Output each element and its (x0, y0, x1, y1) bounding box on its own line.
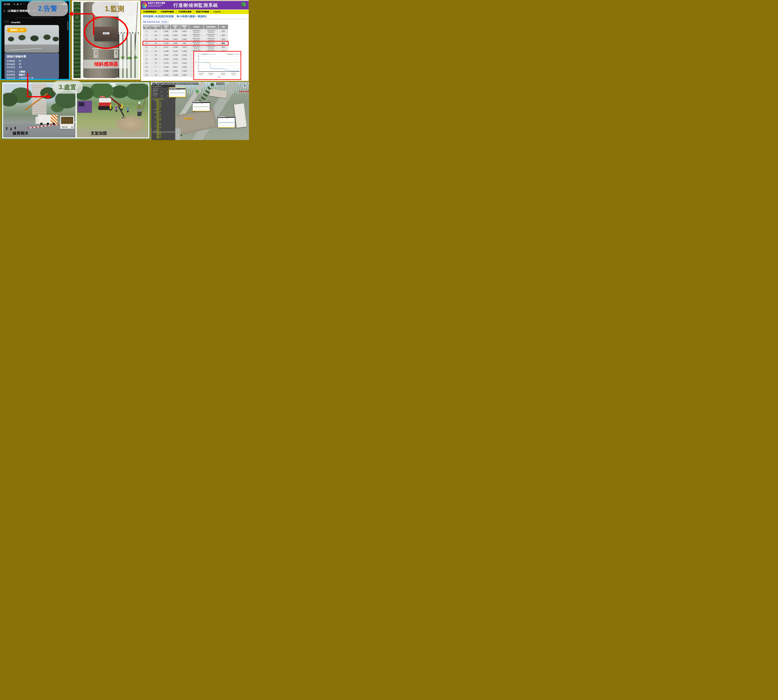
table-row: 5170.571-0.0360.5722025-03-1018:00:00202… (143, 45, 228, 49)
tree-item-編號-34[interactable]: └ 編號-34 (152, 119, 175, 121)
tree-item-編號-30[interactable]: └ 編號-30 (152, 124, 175, 125)
sensor-bracket-right (114, 50, 119, 58)
tree-item-編號-21[interactable]: └ 編號-21 (152, 115, 175, 117)
sensor-mini-chart-popup[interactable]: y軸旋轉 x軸旋轉 (218, 116, 235, 128)
svg-text:-6: -6 (197, 71, 198, 72)
map-tool-column[interactable]: ▯ (182, 82, 185, 85)
photo-trees (5, 31, 59, 46)
svg-text:y軸旋轉(max: 0.0, min: -0.1): y軸旋轉(max: 0.0, min: -0.1) (202, 54, 216, 55)
map-tool-text-tool[interactable]: T (179, 82, 182, 85)
tree-item-編號-25[interactable]: ├ 編號-25 (152, 136, 175, 137)
tree-item-編號-1[interactable]: ├ 編號-1 (152, 122, 175, 124)
map-tool-bookmark[interactable]: ⚑ (216, 82, 219, 85)
map-tool-buildings[interactable]: ▮ (177, 82, 179, 85)
svg-text:2025-03-01: 2025-03-01 (199, 73, 204, 74)
tree-item-編號-16[interactable]: ├ 編號-16 (152, 131, 175, 133)
photo-message[interactable]: 警戒值 > 2.5 (5, 25, 59, 53)
message-field: 路樹種類鳳凰木 (7, 73, 57, 76)
map-3d-panel[interactable]: BIM模型 ☰⌂➢✦⌐▮T▯≣◫◉▭♠ ⚑▥◉ 高雄市路樹監測 × 選擇日期 起… (151, 82, 249, 140)
tree-item-編號-18[interactable]: ├ 編號-18 (152, 134, 175, 136)
end-month-select[interactable]: 6 (162, 95, 167, 97)
nav-item-2[interactable]: 行道樹即時數據 (159, 10, 176, 14)
tree-item-編號-20[interactable]: └ 編號-20 (152, 110, 175, 112)
column-header: 總體變化(度) (180, 25, 189, 29)
tree-item-編號-13[interactable]: ├ 編號-13 (152, 102, 175, 103)
svg-text:00:00:01: 00:00:01 (221, 74, 225, 75)
tree-item-編號-14[interactable]: ├ 編號-14 (152, 103, 175, 105)
tree-item-編號-38[interactable]: ├ 編號-38 (152, 106, 175, 107)
back-chevron-icon[interactable]: ‹ (3, 8, 5, 13)
nav-item-4[interactable]: 風速計即時數據 (194, 10, 211, 14)
start-month-select[interactable]: 6 (162, 91, 167, 93)
map-tool-building-search[interactable]: ◫ (188, 82, 190, 85)
column-header: x軸變化(度) (171, 25, 180, 29)
map-tool-user[interactable]: ◉ (222, 82, 224, 85)
scrollbar[interactable] (67, 21, 68, 30)
sidebar-title: 高雄市路樹監測 (152, 85, 162, 87)
map-tool-cctv[interactable]: ◉ (190, 82, 193, 85)
nav-menu: 行道樹專案說明行道樹即時數據行道樹歷史數據風速計即時數據Log Out (141, 10, 249, 14)
excavator-cab: YANMAR (99, 98, 111, 106)
message-field: 安裝位置左營區民族一路 (7, 77, 57, 79)
tree-root[interactable]: −路樹監測系統(19) (152, 98, 175, 100)
svg-text:2: 2 (197, 59, 198, 60)
tree-item-編號-5[interactable]: ├ 編號-5 (152, 113, 175, 115)
tree-item-編號-23[interactable]: ├ 編號-23 (152, 133, 175, 134)
svg-text:0: 0 (197, 62, 198, 63)
district-苓雅區[interactable]: −苓雅區 (152, 100, 175, 102)
divider (142, 19, 247, 19)
tree-icon (241, 2, 246, 8)
map-tool-home[interactable]: ⌂ (165, 82, 168, 85)
avatar[interactable]: 5D SmartES (4, 20, 10, 25)
map-tool-menu[interactable]: ☰ (163, 82, 165, 85)
sensor-highlight-ellipse (84, 16, 129, 49)
district-新興區[interactable]: −新興區 (152, 109, 175, 110)
prune-caption: 修剪樹木 (12, 130, 28, 136)
arrow2-vertical (27, 73, 28, 97)
dashboard-panel: 高雄市工務局公園處 Park Office, Public Works Bure… (141, 0, 249, 81)
location-link[interactable]: 左營區民族一路 (19, 77, 33, 79)
alert-message-bubble[interactable]: 請進行巡檢作業 設備編號31路樹編號16目前角度2.6管理單位公園處路樹種類鳳凰… (5, 53, 59, 79)
sensor-mini-chart-popup[interactable]: y軸旋轉 x軸旋轉 (169, 87, 186, 97)
realtime-heading: 即時資料 (本頁面定時更新，每小時展示最新一筆資料) (143, 15, 207, 18)
tree-item-編號-15[interactable]: ├ 編號-15 (152, 104, 175, 106)
tree-item-編號-4[interactable]: └ 編號-4 (152, 128, 175, 130)
close-icon[interactable]: × (174, 85, 174, 87)
district-前鎮區[interactable]: −前鎮區 (152, 112, 175, 113)
nav-item-3[interactable]: 行道樹歷史數據 (176, 10, 194, 14)
tree-marker-icon[interactable] (195, 90, 199, 94)
brace-caption: 支架加固 (91, 130, 107, 136)
district-仁武區[interactable]: −仁武區 (152, 121, 175, 122)
tree-item-編號-26[interactable]: ├ 編號-26 (152, 127, 175, 128)
step2-alert-label: 2.告警 (27, 1, 68, 16)
map-tool-terrain[interactable]: ✦ (171, 82, 174, 85)
message-field: 設備編號31 (7, 60, 57, 62)
manual-refresh-button[interactable]: 手動更新 (159, 20, 169, 24)
map-tool-layers[interactable]: ≣ (185, 82, 187, 85)
district-大寮區[interactable]: −大寮區 (152, 125, 175, 127)
sensor-callout-strip: 傾斜感測器 (83, 60, 129, 68)
tree-item-編號-7[interactable]: └ 編號-7 (152, 107, 175, 109)
tree-item-編號-3[interactable]: └ 編號-3 (152, 137, 175, 139)
license-plate: BJS- 65 (62, 126, 68, 128)
end-year-select[interactable]: 2025 (154, 95, 160, 97)
compass-icon[interactable]: N (242, 82, 248, 89)
map-tool-pointer[interactable]: ➢ (169, 82, 171, 85)
sensor-mini-chart-popup[interactable]: y軸旋轉 x軸旋轉 (192, 101, 210, 112)
map-tool-bridge[interactable]: ▭ (193, 82, 196, 85)
tree-item-編號-28[interactable]: ├ 編號-28 (152, 118, 175, 120)
nav-item-1[interactable]: 行道樹專案說明 (141, 10, 159, 14)
map-tool-ruler[interactable]: ▥ (219, 82, 222, 85)
svg-text:時間: 時間 (218, 77, 220, 78)
district-左營區[interactable]: −左營區 (152, 130, 175, 131)
district-鳳山區[interactable]: −鳳山區 (152, 117, 175, 118)
map-tool-tree-tool[interactable]: ♠ (196, 82, 199, 85)
message-field: 路樹編號16 (7, 63, 57, 66)
license-plate-2: 22 (71, 126, 73, 128)
map-tool-section[interactable]: ⌐ (174, 82, 176, 85)
svg-text:2025-03-04: 2025-03-04 (208, 73, 214, 74)
sender-name: SmartES (11, 21, 20, 23)
start-year-select[interactable]: 2025 (154, 91, 160, 93)
nav-item-5[interactable]: Log Out (211, 10, 223, 14)
column-header: 最後更新時間 (204, 25, 218, 29)
